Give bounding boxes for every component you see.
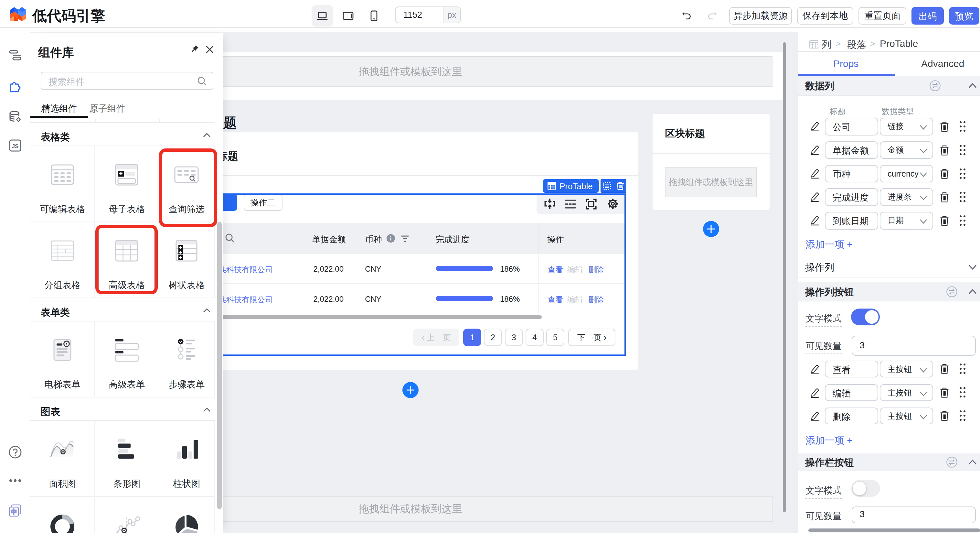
svg-text:中: 中 bbox=[11, 508, 17, 515]
svg-text:JS: JS bbox=[12, 143, 19, 149]
